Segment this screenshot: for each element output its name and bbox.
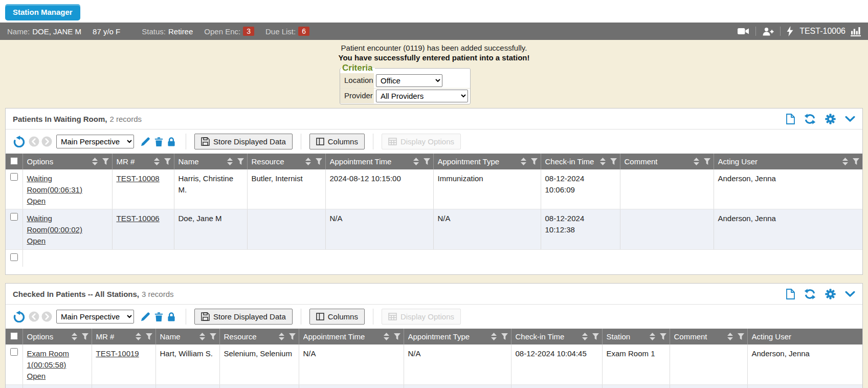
pencil-icon[interactable] <box>140 137 150 147</box>
row-checkbox[interactable] <box>10 213 18 221</box>
filter-icon[interactable] <box>289 333 296 340</box>
sort-icon[interactable] <box>491 333 497 340</box>
forward-circle-icon[interactable] <box>41 311 52 322</box>
select-all-checkbox[interactable] <box>10 332 18 340</box>
cell-resource <box>247 209 325 249</box>
filter-icon[interactable] <box>316 158 322 165</box>
sort-icon[interactable] <box>136 333 141 340</box>
sort-icon[interactable] <box>305 158 311 165</box>
mr-link[interactable]: TEST-10019 <box>96 348 139 359</box>
filter-icon[interactable] <box>237 158 244 165</box>
trash-icon[interactable] <box>154 137 163 147</box>
filter-icon[interactable] <box>394 333 400 340</box>
select-all-checkbox[interactable] <box>10 157 18 165</box>
waiting-room-link[interactable]: Waiting Room(00:00:02) <box>27 213 108 235</box>
pencil-icon[interactable] <box>140 312 150 322</box>
filter-icon[interactable] <box>146 333 152 340</box>
lightning-bolt-icon[interactable] <box>787 26 793 36</box>
sort-icon[interactable] <box>72 333 77 340</box>
panel-record-count: 3 records <box>142 290 174 298</box>
patient-name: DOE, JANE M <box>32 27 81 36</box>
filter-icon[interactable] <box>164 158 171 165</box>
gear-icon[interactable] <box>825 114 836 124</box>
perspective-select[interactable]: Main Perspective <box>56 310 134 324</box>
undo-icon[interactable] <box>13 311 26 322</box>
columns-button[interactable]: Columns <box>309 309 365 325</box>
provider-select[interactable]: All Providers <box>376 90 468 102</box>
back-circle-icon[interactable] <box>29 311 39 322</box>
sort-icon[interactable] <box>227 158 233 165</box>
sort-icon[interactable] <box>521 158 526 165</box>
filter-icon[interactable] <box>738 333 744 340</box>
cell-appt-time: 2024-08-12 10:15:00 <box>325 169 433 209</box>
sort-icon[interactable] <box>199 333 205 340</box>
cell-station: Exam Room 1 <box>602 344 670 384</box>
cell-name: Hart, William S. <box>155 344 219 384</box>
waiting-room-link[interactable]: Waiting Room(00:06:31) <box>27 173 108 196</box>
mr-link[interactable]: TEST-10008 <box>117 173 160 184</box>
gear-icon[interactable] <box>825 289 836 299</box>
lock-icon[interactable] <box>167 137 175 147</box>
back-circle-icon[interactable] <box>29 136 39 147</box>
sort-icon[interactable] <box>694 158 699 165</box>
open-enc-badge[interactable]: 3 <box>243 27 254 36</box>
filter-icon[interactable] <box>82 333 88 340</box>
filter-icon[interactable] <box>853 158 859 165</box>
chevron-down-icon[interactable] <box>845 291 855 297</box>
table-row: Waiting Room(00:06:31)Open TEST-10008 Ha… <box>6 384 862 388</box>
chevron-down-icon[interactable] <box>845 116 855 122</box>
filter-icon[interactable] <box>592 333 599 340</box>
mr-link[interactable]: TEST-10006 <box>117 213 160 224</box>
row-checkbox[interactable] <box>10 173 18 181</box>
cell-acting-user: Anderson, Jenna <box>714 209 862 249</box>
filter-icon[interactable] <box>102 158 109 165</box>
sort-icon[interactable] <box>279 333 284 340</box>
tab-station-manager[interactable]: Station Manager <box>5 4 80 20</box>
open-link[interactable]: Open <box>27 235 46 247</box>
waiting-room-table: Options MR # Name Resource Appointment T… <box>6 154 862 267</box>
sort-icon[interactable] <box>727 333 733 340</box>
cell-acting-user: Anderson, Jenna <box>747 344 862 384</box>
store-displayed-data-button[interactable]: Store Displayed Data <box>194 134 293 149</box>
video-camera-icon[interactable] <box>738 27 749 35</box>
bar-chart-icon[interactable] <box>851 27 861 36</box>
cell-appt-type: Immunization <box>404 384 511 388</box>
sort-icon[interactable] <box>582 333 588 340</box>
sort-icon[interactable] <box>842 158 848 165</box>
sort-icon[interactable] <box>92 158 98 165</box>
open-link[interactable]: Open <box>27 371 46 382</box>
open-link[interactable]: Open <box>27 196 46 207</box>
filter-icon[interactable] <box>610 158 617 165</box>
store-displayed-data-button[interactable]: Store Displayed Data <box>194 309 293 325</box>
open-enc-label: Open Enc: <box>204 27 240 36</box>
new-document-icon[interactable] <box>786 114 795 124</box>
cell-acting-user: Anderson, Jenna <box>747 384 862 388</box>
columns-button[interactable]: Columns <box>309 134 365 149</box>
undo-icon[interactable] <box>13 136 26 147</box>
perspective-select[interactable]: Main Perspective <box>56 135 134 148</box>
location-select[interactable]: Office <box>376 74 442 87</box>
filter-icon[interactable] <box>501 333 508 340</box>
sort-icon[interactable] <box>650 333 655 340</box>
exam-room-link[interactable]: Exam Room 1(00:05:58) <box>27 348 87 371</box>
filter-icon[interactable] <box>210 333 216 340</box>
sort-icon[interactable] <box>154 158 160 165</box>
person-add-icon[interactable] <box>762 27 774 36</box>
filter-icon[interactable] <box>424 158 430 165</box>
filter-icon[interactable] <box>704 158 710 165</box>
sort-icon[interactable] <box>384 333 389 340</box>
sort-icon[interactable] <box>600 158 606 165</box>
due-list-badge[interactable]: 6 <box>298 27 309 36</box>
footer-checkbox[interactable] <box>10 253 18 261</box>
sort-icon[interactable] <box>413 158 419 165</box>
row-checkbox[interactable] <box>10 348 18 356</box>
filter-icon[interactable] <box>531 158 538 165</box>
trash-icon[interactable] <box>154 312 163 322</box>
lock-icon[interactable] <box>167 312 175 322</box>
refresh-icon[interactable] <box>804 114 816 124</box>
new-document-icon[interactable] <box>786 289 795 299</box>
header-row: Options MR # Name Resource Appointment T… <box>6 329 862 344</box>
forward-circle-icon[interactable] <box>41 136 52 147</box>
refresh-icon[interactable] <box>804 289 816 299</box>
filter-icon[interactable] <box>660 333 666 340</box>
